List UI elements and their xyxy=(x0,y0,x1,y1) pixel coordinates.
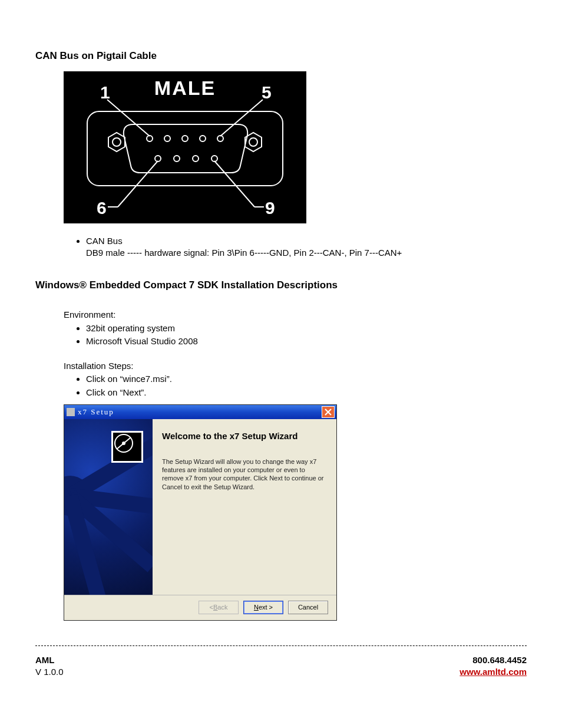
list-item: Click on “Next”. xyxy=(86,387,527,398)
window-icon xyxy=(67,408,75,416)
canbus-bullet-list: CAN Bus DB9 male ----- hardware signal: … xyxy=(35,235,527,259)
wizard-sidebar-graphic xyxy=(64,419,153,595)
diagram-title: MALE xyxy=(154,77,216,99)
footer-version: V 1.0.0 xyxy=(35,666,64,678)
svg-point-7 xyxy=(182,136,188,141)
close-button[interactable] xyxy=(322,406,335,418)
list-item: 32bit operating system xyxy=(86,322,527,334)
page-footer: AML V 1.0.0 800.648.4452 www.amltd.com xyxy=(35,654,527,678)
svg-point-8 xyxy=(200,136,206,141)
svg-point-13 xyxy=(211,156,217,162)
pin-1-label: 1 xyxy=(100,83,110,102)
footer-phone: 800.648.4452 xyxy=(459,654,527,666)
footer-brand: AML xyxy=(35,654,64,666)
svg-line-28 xyxy=(117,443,124,449)
svg-rect-0 xyxy=(87,111,283,186)
svg-line-15 xyxy=(220,100,263,136)
disc-icon xyxy=(111,431,143,463)
pin-9-label: 9 xyxy=(265,198,275,218)
svg-point-6 xyxy=(164,136,170,141)
svg-point-9 xyxy=(217,136,223,141)
canbus-bullet-label: CAN Bus xyxy=(86,236,123,246)
db9-male-diagram: 1 5 6 9 MALE xyxy=(64,71,306,223)
section-heading-sdk: Windows® Embedded Compact 7 SDK Installa… xyxy=(35,279,527,292)
list-item: Click on “wince7.msi”. xyxy=(86,373,527,385)
canbus-bullet-detail: DB9 male ----- hardware signal: Pin 3\Pi… xyxy=(86,248,402,258)
svg-line-27 xyxy=(124,437,131,443)
footer-divider xyxy=(35,645,527,646)
svg-line-16 xyxy=(118,161,158,207)
cancel-button[interactable]: Cancel xyxy=(288,601,328,614)
next-button[interactable]: Next > xyxy=(243,601,283,614)
pin-6-label: 6 xyxy=(97,198,107,218)
section-heading-canbus: CAN Bus on Pigtail Cable xyxy=(35,50,527,63)
footer-link[interactable]: www.amltd.com xyxy=(459,667,527,677)
svg-line-14 xyxy=(107,100,150,136)
environment-label: Environment: xyxy=(64,309,527,321)
svg-point-4 xyxy=(249,138,257,146)
install-steps-label: Installation Steps: xyxy=(64,360,527,372)
titlebar[interactable]: x7 Setup xyxy=(64,405,336,419)
svg-point-5 xyxy=(147,136,153,141)
install-steps-list: Click on “wince7.msi”. Click on “Next”. xyxy=(35,373,527,398)
environment-list: 32bit operating system Microsoft Visual … xyxy=(35,322,527,348)
svg-point-10 xyxy=(155,156,161,162)
svg-point-12 xyxy=(193,156,199,162)
svg-marker-1 xyxy=(108,133,125,151)
wizard-heading: Welcome to the x7 Setup Wizard xyxy=(162,431,326,442)
setup-wizard-window: x7 Setup xyxy=(64,404,337,621)
pin-5-label: 5 xyxy=(262,83,272,102)
back-button: < Back xyxy=(199,601,239,614)
svg-point-2 xyxy=(113,138,121,146)
svg-point-11 xyxy=(174,156,180,162)
window-title: x7 Setup xyxy=(78,407,114,417)
svg-line-18 xyxy=(214,161,254,207)
wizard-body-text: The Setup Wizard will allow you to chang… xyxy=(162,457,326,491)
list-item: Microsoft Visual Studio 2008 xyxy=(86,335,527,347)
svg-marker-3 xyxy=(245,133,262,151)
